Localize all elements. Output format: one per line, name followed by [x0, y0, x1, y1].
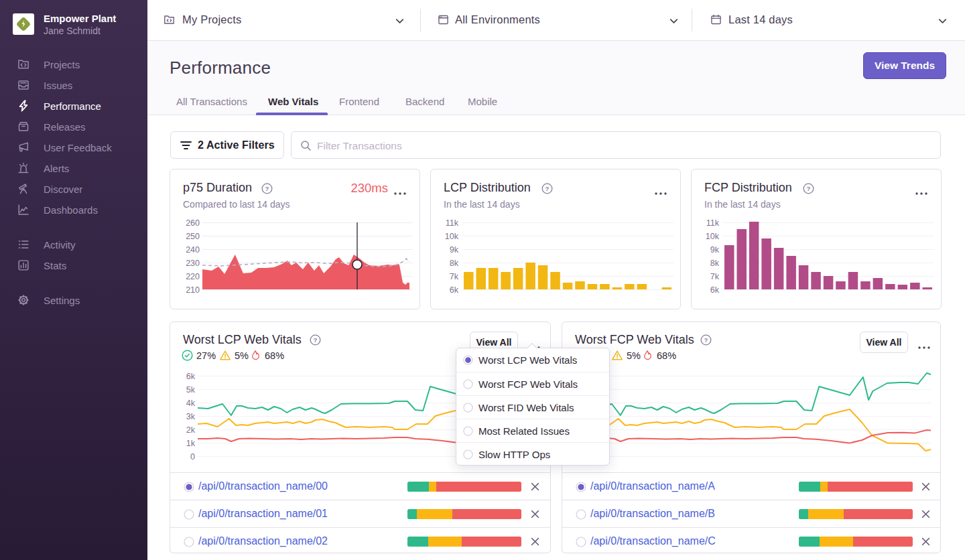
svg-text:9k: 9k: [710, 245, 720, 255]
svg-text:8k: 8k: [450, 259, 459, 268]
svg-text:5k: 5k: [186, 385, 196, 395]
svg-text:?: ?: [545, 185, 550, 192]
svg-text:260: 260: [186, 218, 200, 228]
svg-text:220: 220: [186, 272, 200, 281]
svg-text:4k: 4k: [186, 399, 196, 408]
svg-text:6k: 6k: [450, 285, 459, 295]
svg-text:?: ?: [704, 336, 708, 344]
svg-text:230: 230: [186, 259, 200, 268]
svg-text:7k: 7k: [450, 272, 459, 281]
svg-text:8k: 8k: [710, 259, 720, 268]
svg-text:?: ?: [265, 185, 269, 192]
svg-text:11k: 11k: [446, 218, 459, 228]
svg-text:0: 0: [190, 452, 195, 462]
svg-text:240: 240: [186, 245, 200, 255]
svg-text:6k: 6k: [710, 285, 720, 295]
svg-text:7k: 7k: [710, 272, 720, 281]
svg-text:10k: 10k: [706, 232, 720, 241]
svg-text:?: ?: [807, 185, 811, 192]
svg-text:250: 250: [186, 232, 200, 241]
svg-text:11k: 11k: [706, 218, 720, 228]
svg-text:6k: 6k: [186, 372, 196, 381]
svg-text:1k: 1k: [186, 439, 196, 448]
svg-text:3k: 3k: [186, 412, 196, 421]
svg-text:2k: 2k: [186, 425, 196, 435]
svg-text:?: ?: [314, 336, 318, 344]
svg-text:10k: 10k: [445, 232, 459, 241]
svg-text:9k: 9k: [450, 245, 459, 255]
svg-text:210: 210: [186, 285, 200, 295]
